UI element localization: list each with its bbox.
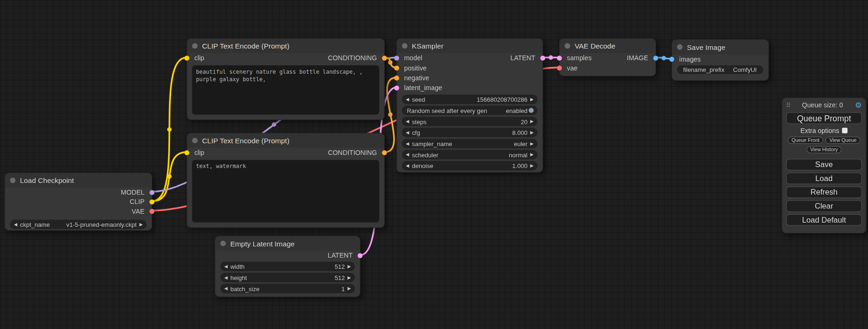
drag-handle-icon[interactable]: ⠿ — [786, 102, 790, 109]
queue-front-button[interactable]: Queue Front — [788, 137, 824, 144]
collapse-dot-icon[interactable] — [220, 241, 226, 246]
input-slot-latent-image[interactable] — [394, 85, 399, 91]
input-slot-positive[interactable] — [394, 65, 399, 70]
input-label-clip: clip — [194, 148, 204, 156]
link-midpoint-dot — [167, 174, 171, 178]
node-clip-text-encode-positive[interactable]: CLIP Text Encode (Prompt) clip CONDITION… — [187, 38, 385, 120]
wire-clip-to-positive-prompt — [152, 57, 187, 201]
widget-cfg[interactable]: ◀ cfg 8.000 ▶ — [402, 128, 537, 137]
decrement-arrow-icon[interactable]: ◀ — [406, 153, 409, 157]
extra-options-label: Extra options — [800, 127, 839, 135]
input-label-latent-image: latent_image — [404, 84, 442, 92]
increment-arrow-icon[interactable]: ▶ — [530, 163, 534, 168]
input-slot-clip[interactable] — [184, 150, 190, 155]
node-title-bar[interactable]: KSampler — [397, 39, 543, 53]
refresh-button[interactable]: Refresh — [786, 187, 862, 198]
prompt-textarea[interactable]: beautiful scenery nature glass bottle la… — [192, 65, 379, 115]
prompt-textarea[interactable]: text, watermark — [192, 160, 379, 223]
node-title-bar[interactable]: CLIP Text Encode (Prompt) — [187, 133, 384, 148]
queue-prompt-button[interactable]: Queue Prompt — [786, 112, 862, 124]
widget-height[interactable]: ◀ height 512 ▶ — [220, 273, 355, 282]
widget-steps[interactable]: ◀ steps 20 ▶ — [402, 117, 537, 126]
slot-row: VAE — [5, 206, 152, 216]
widget-denoise[interactable]: ◀ denoise 1.000 ▶ — [402, 161, 537, 170]
widget-batch-size[interactable]: ◀ batch_size 1 ▶ — [220, 284, 355, 293]
view-history-button[interactable]: View History — [806, 146, 842, 153]
clear-button[interactable]: Clear — [786, 200, 862, 212]
node-save-image[interactable]: Save Image images filename_prefix ComfyU… — [671, 39, 769, 81]
widget-width[interactable]: ◀ width 512 ▶ — [220, 262, 355, 271]
load-button[interactable]: Load — [786, 173, 862, 184]
decrement-arrow-icon[interactable]: ◀ — [224, 287, 227, 291]
decrement-arrow-icon[interactable]: ◀ — [406, 141, 409, 146]
input-slot-images[interactable] — [669, 56, 674, 62]
increment-arrow-icon[interactable]: ▶ — [530, 141, 534, 146]
increment-arrow-icon[interactable]: ▶ — [530, 119, 534, 123]
output-slot-conditioning[interactable] — [382, 56, 387, 61]
output-slot-model[interactable] — [149, 190, 155, 195]
decrement-arrow-icon[interactable]: ◀ — [406, 130, 409, 134]
collapse-dot-icon[interactable] — [192, 43, 198, 49]
widget-filename-prefix[interactable]: filename_prefix ComfyUI — [677, 65, 763, 74]
node-title-bar[interactable]: CLIP Text Encode (Prompt) — [187, 39, 384, 53]
collapse-dot-icon[interactable] — [402, 43, 408, 49]
node-title-bar[interactable]: Load Checkpoint — [5, 173, 152, 188]
decrement-arrow-icon[interactable]: ◀ — [406, 163, 409, 168]
view-queue-button[interactable]: View Queue — [826, 137, 861, 144]
increment-arrow-icon[interactable]: ▶ — [530, 97, 534, 101]
input-slot-vae[interactable] — [557, 65, 562, 70]
load-default-button[interactable]: Load Default — [786, 214, 862, 226]
collapse-dot-icon[interactable] — [192, 138, 198, 143]
node-vae-decode[interactable]: VAE Decode samples IMAGE vae — [559, 38, 656, 77]
slot-row: LATENT — [215, 251, 360, 260]
decrement-arrow-icon[interactable]: ◀ — [224, 275, 227, 280]
output-slot-latent[interactable] — [358, 253, 363, 258]
output-slot-clip[interactable] — [149, 199, 155, 204]
settings-gear-icon[interactable]: ⚙ — [855, 101, 862, 109]
toggle-dot-icon[interactable] — [529, 108, 534, 113]
increment-arrow-icon[interactable]: ▶ — [140, 222, 143, 226]
widget-seed[interactable]: ◀ seed 156680208700286 ▶ — [402, 95, 537, 104]
input-slot-negative[interactable] — [394, 76, 399, 81]
input-label-clip: clip — [194, 54, 204, 62]
output-slot-image[interactable] — [653, 56, 658, 61]
input-slot-samples[interactable] — [557, 56, 562, 61]
increment-arrow-icon[interactable]: ▶ — [530, 153, 534, 157]
increment-arrow-icon[interactable]: ▶ — [347, 275, 351, 280]
input-slot-clip[interactable] — [184, 56, 190, 61]
node-empty-latent-image[interactable]: Empty Latent Image LATENT ◀ width 512 ▶ … — [215, 236, 360, 297]
input-slot-model[interactable] — [394, 56, 399, 61]
node-title-bar[interactable]: Empty Latent Image — [215, 236, 360, 251]
collapse-dot-icon[interactable] — [677, 44, 683, 50]
decrement-arrow-icon[interactable]: ◀ — [14, 222, 17, 226]
queue-size-label: Queue size: 0 — [790, 101, 855, 109]
increment-arrow-icon[interactable]: ▶ — [530, 130, 534, 134]
output-slot-vae[interactable] — [149, 209, 155, 214]
decrement-arrow-icon[interactable]: ◀ — [224, 264, 227, 268]
widget-value: ComfyUI — [733, 66, 757, 73]
graph-canvas[interactable]: Load Checkpoint MODEL CLIP VAE ◀ ckpt_na… — [0, 0, 868, 329]
output-slot-latent[interactable] — [540, 56, 545, 61]
extra-options-checkbox[interactable] — [842, 128, 847, 133]
node-ksampler[interactable]: KSampler model LATENT positive negative … — [396, 38, 543, 173]
decrement-arrow-icon[interactable]: ◀ — [406, 119, 409, 123]
node-title-bar[interactable]: VAE Decode — [560, 39, 656, 53]
increment-arrow-icon[interactable]: ▶ — [347, 287, 351, 291]
node-load-checkpoint[interactable]: Load Checkpoint MODEL CLIP VAE ◀ ckpt_na… — [4, 173, 152, 231]
widget-value: euler — [514, 140, 528, 147]
slot-row: clip CONDITIONING — [187, 53, 384, 63]
output-slot-conditioning[interactable] — [382, 150, 387, 155]
node-title-bar[interactable]: Save Image — [672, 40, 768, 54]
node-clip-text-encode-negative[interactable]: CLIP Text Encode (Prompt) clip CONDITION… — [187, 133, 385, 228]
widget-scheduler[interactable]: ◀ scheduler normal ▶ — [402, 150, 537, 159]
collapse-dot-icon[interactable] — [565, 43, 570, 49]
collapse-dot-icon[interactable] — [10, 178, 15, 183]
widget-random-seed-toggle[interactable]: Random seed after every gen enabled — [402, 105, 537, 115]
increment-arrow-icon[interactable]: ▶ — [347, 264, 351, 268]
decrement-arrow-icon[interactable]: ◀ — [406, 97, 409, 101]
widget-ckpt-name[interactable]: ◀ ckpt_name v1-5-pruned-emaonly.ckpt ▶ — [10, 220, 147, 229]
widget-sampler-name[interactable]: ◀ sampler_name euler ▶ — [402, 139, 537, 148]
save-button[interactable]: Save — [786, 159, 862, 170]
queue-menu-panel[interactable]: ⠿ Queue size: 0 ⚙ Queue Prompt Extra opt… — [782, 98, 866, 234]
slot-row: latent_image — [397, 83, 543, 93]
